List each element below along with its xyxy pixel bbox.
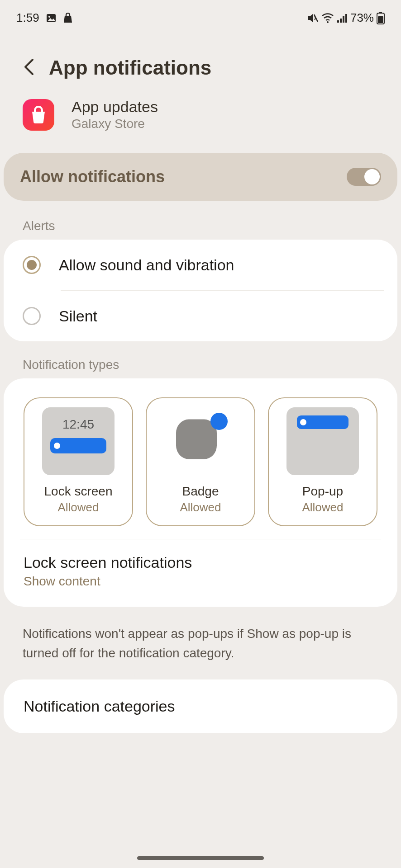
app-info: App updates Galaxy Store bbox=[0, 88, 401, 153]
status-right: 73% bbox=[307, 11, 385, 25]
tile-status: Allowed bbox=[302, 500, 343, 514]
radio-unselected-icon bbox=[23, 307, 41, 325]
status-bar: 1:59 73% bbox=[0, 0, 401, 29]
allow-toggle[interactable] bbox=[347, 168, 381, 186]
alerts-section-label: Alerts bbox=[0, 209, 401, 240]
svg-point-3 bbox=[327, 21, 329, 23]
lockscreen-preview-time: 12:45 bbox=[42, 407, 115, 432]
battery-icon bbox=[377, 12, 385, 24]
tile-title: Lock screen bbox=[44, 484, 113, 499]
notification-categories-row[interactable]: Notification categories bbox=[4, 679, 397, 733]
svg-rect-7 bbox=[345, 14, 347, 23]
alerts-card: Allow sound and vibration Silent bbox=[4, 240, 397, 341]
radio-label: Silent bbox=[59, 307, 97, 325]
setting-title: Lock screen notifications bbox=[24, 554, 377, 571]
bag-icon bbox=[63, 13, 73, 24]
type-lockscreen[interactable]: 12:45 Lock screen Allowed bbox=[24, 397, 133, 526]
type-badge[interactable]: Badge Allowed bbox=[146, 397, 255, 526]
lockscreen-preview-icon: 12:45 bbox=[42, 407, 115, 475]
types-grid: 12:45 Lock screen Allowed Badge Allowed … bbox=[4, 378, 397, 539]
toggle-knob bbox=[364, 169, 380, 184]
info-text: Notifications won't appear as pop-ups if… bbox=[0, 613, 401, 679]
gallery-icon bbox=[46, 13, 57, 24]
badge-preview-icon bbox=[164, 407, 237, 475]
type-popup[interactable]: Pop-up Allowed bbox=[268, 397, 377, 526]
setting-subtitle: Show content bbox=[24, 574, 377, 589]
types-card: 12:45 Lock screen Allowed Badge Allowed … bbox=[4, 378, 397, 607]
tile-status: Allowed bbox=[180, 500, 221, 514]
app-source: Galaxy Store bbox=[72, 117, 158, 131]
app-icon bbox=[23, 99, 54, 131]
header: App notifications bbox=[0, 29, 401, 88]
battery-text: 73% bbox=[350, 11, 374, 25]
status-left: 1:59 bbox=[16, 11, 73, 25]
app-name: App updates bbox=[72, 98, 158, 116]
mute-icon bbox=[307, 13, 319, 24]
tile-title: Pop-up bbox=[302, 484, 343, 499]
back-icon[interactable] bbox=[23, 58, 34, 78]
svg-rect-10 bbox=[378, 16, 383, 23]
svg-rect-4 bbox=[337, 20, 339, 23]
radio-silent[interactable]: Silent bbox=[4, 291, 397, 341]
wifi-icon bbox=[321, 13, 334, 23]
page-title: App notifications bbox=[49, 57, 211, 79]
types-section-label: Notification types bbox=[0, 348, 401, 378]
tile-title: Badge bbox=[182, 484, 219, 499]
radio-label: Allow sound and vibration bbox=[59, 256, 234, 274]
clock-text: 1:59 bbox=[16, 11, 39, 25]
svg-rect-5 bbox=[340, 19, 342, 23]
nav-indicator[interactable] bbox=[137, 856, 264, 860]
popup-preview-icon bbox=[286, 407, 359, 475]
radio-selected-icon bbox=[23, 256, 41, 274]
radio-sound-vibration[interactable]: Allow sound and vibration bbox=[4, 240, 397, 290]
svg-line-2 bbox=[314, 14, 318, 22]
categories-title: Notification categories bbox=[24, 698, 377, 715]
signal-icon bbox=[337, 13, 348, 23]
tile-status: Allowed bbox=[57, 500, 99, 514]
svg-point-1 bbox=[48, 16, 50, 18]
svg-rect-6 bbox=[343, 16, 344, 23]
allow-label: Allow notifications bbox=[20, 167, 165, 186]
allow-notifications-row[interactable]: Allow notifications bbox=[4, 153, 397, 201]
lockscreen-notifications-row[interactable]: Lock screen notifications Show content bbox=[4, 539, 397, 607]
